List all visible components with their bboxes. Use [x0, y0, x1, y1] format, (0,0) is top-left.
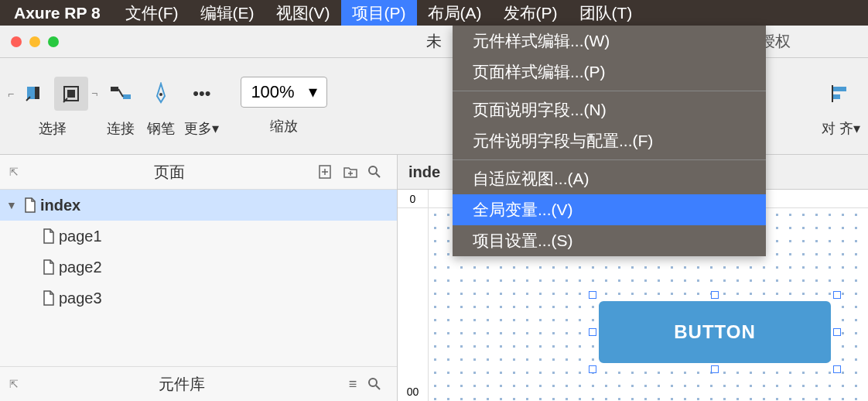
zoom-value: 100%	[251, 82, 294, 102]
page-icon	[39, 228, 59, 244]
menu-page-style[interactable]: 页面样式编辑...(P)	[453, 57, 766, 87]
tree-row-index[interactable]: ▼ index	[0, 190, 397, 221]
menu-publish[interactable]: 发布(P)	[493, 0, 569, 26]
zoom-label: 缩放	[270, 117, 298, 135]
select-label: 选择	[39, 119, 67, 138]
svg-line-16	[376, 173, 380, 177]
expand-arrow-icon[interactable]: ▼	[6, 199, 20, 211]
add-page-icon[interactable]	[318, 164, 338, 180]
resize-handle-ne[interactable]	[833, 291, 841, 299]
pages-panel-header: ⇱ 页面	[0, 155, 397, 190]
resize-handle-w[interactable]	[589, 328, 596, 336]
ruler-vertical[interactable]: 00	[398, 208, 429, 401]
menu-global-variables[interactable]: 全局变量...(V)	[453, 194, 766, 225]
search-icon[interactable]	[367, 165, 388, 179]
zoom-group: 100% ▾ 缩放	[241, 77, 326, 135]
resize-handle-se[interactable]	[833, 365, 841, 373]
menubar: Axure RP 8 文件(F) 编辑(E) 视图(V) 项目(P) 布局(A)…	[0, 0, 868, 26]
tree-row-page3[interactable]: page3	[0, 283, 397, 314]
add-folder-icon[interactable]	[343, 165, 363, 179]
ellipsis-icon: •••	[193, 84, 210, 104]
menu-separator	[453, 159, 766, 160]
side-panel: ⇱ 页面 ▼ index page1 p	[0, 155, 398, 401]
pen-label: 钢笔	[147, 119, 175, 138]
minimize-icon[interactable]	[29, 36, 40, 47]
select-box-icon	[61, 84, 81, 104]
document-title: 未	[426, 31, 442, 52]
svg-rect-0	[27, 87, 35, 99]
chevron-down-icon: ▾	[212, 121, 219, 136]
library-panel-header: ⇱ 元件库 ≡	[0, 366, 397, 401]
tool-pen-group: 钢笔	[144, 74, 178, 138]
tree-item-label: index	[40, 197, 80, 214]
close-icon[interactable]	[11, 36, 22, 47]
svg-point-6	[159, 93, 162, 96]
svg-rect-7	[832, 87, 846, 91]
bracket-right-icon: ¬	[91, 87, 97, 100]
tool-connect-group: 连接	[104, 74, 138, 138]
svg-rect-4	[111, 87, 118, 91]
more-label: 更多▾	[184, 119, 219, 138]
collapse-icon[interactable]: ⇱	[9, 378, 19, 390]
project-dropdown: 元件样式编辑...(W) 页面样式编辑...(P) 页面说明字段...(N) 元…	[453, 26, 766, 256]
menu-page-notes[interactable]: 页面说明字段...(N)	[453, 94, 766, 125]
zoom-select[interactable]: 100% ▾	[241, 77, 326, 108]
maximize-icon[interactable]	[48, 36, 59, 47]
resize-handle-n[interactable]	[711, 291, 719, 299]
menu-team[interactable]: 团队(T)	[569, 0, 644, 26]
chevron-down-icon: ▾	[309, 82, 317, 102]
svg-point-17	[369, 379, 377, 386]
menu-project[interactable]: 项目(P)	[341, 0, 417, 26]
select-tool-button[interactable]	[17, 77, 51, 111]
tree-item-label: page1	[59, 228, 102, 245]
more-tool-button[interactable]: •••	[185, 77, 219, 111]
resize-handle-nw[interactable]	[589, 291, 596, 299]
menu-widget-notes[interactable]: 元件说明字段与配置...(F)	[453, 125, 766, 156]
svg-rect-1	[35, 87, 39, 99]
search-icon[interactable]	[367, 377, 388, 391]
align-icon	[831, 84, 851, 104]
ruler-origin: 0	[398, 190, 429, 208]
app-brand: Axure RP 8	[0, 4, 114, 22]
select-icon	[24, 84, 44, 104]
page-icon	[20, 197, 40, 213]
resize-handle-sw[interactable]	[589, 365, 596, 373]
align-label: 对 齐▾	[822, 119, 860, 138]
menu-file[interactable]: 文件(F)	[114, 0, 190, 26]
svg-line-18	[376, 386, 380, 389]
tree-item-label: page2	[59, 259, 102, 276]
page-icon	[39, 290, 59, 306]
menu-widget-style[interactable]: 元件样式编辑...(W)	[453, 26, 766, 57]
tree-row-page1[interactable]: page1	[0, 221, 397, 252]
canvas-tab-index[interactable]: inde	[398, 163, 451, 181]
resize-handle-e[interactable]	[833, 328, 841, 336]
resize-handle-s[interactable]	[711, 365, 719, 373]
library-panel-title: 元件库	[25, 374, 338, 395]
window-controls	[11, 36, 59, 47]
svg-rect-5	[123, 94, 131, 99]
connect-label: 连接	[107, 119, 135, 138]
canvas-widget-button[interactable]: BUTTON	[599, 301, 831, 363]
menu-separator	[453, 91, 766, 91]
tool-select-group: ⌐ ¬ 选择	[8, 74, 97, 138]
connect-tool-button[interactable]	[104, 77, 138, 111]
menu-icon[interactable]: ≡	[343, 376, 363, 392]
menu-layout[interactable]: 布局(A)	[417, 0, 493, 26]
menu-project-settings[interactable]: 项目设置...(S)	[453, 225, 766, 256]
tree-row-page2[interactable]: page2	[0, 252, 397, 283]
collapse-icon[interactable]: ⇱	[9, 166, 19, 178]
menu-adaptive-views[interactable]: 自适应视图...(A)	[453, 163, 766, 194]
pages-tree: ▼ index page1 page2 page3	[0, 190, 397, 366]
svg-point-15	[369, 166, 377, 174]
tree-item-label: page3	[59, 290, 102, 307]
menu-view[interactable]: 视图(V)	[265, 0, 341, 26]
menu-edit[interactable]: 编辑(E)	[190, 0, 265, 26]
connect-icon	[109, 84, 132, 104]
tool-align-group: 对 齐▾	[822, 74, 860, 138]
select-contained-button[interactable]	[54, 77, 88, 111]
pen-tool-button[interactable]	[144, 77, 178, 111]
page-icon	[39, 259, 59, 275]
align-tool-button[interactable]	[824, 77, 858, 111]
svg-rect-8	[832, 94, 840, 99]
pages-panel-title: 页面	[25, 162, 313, 183]
